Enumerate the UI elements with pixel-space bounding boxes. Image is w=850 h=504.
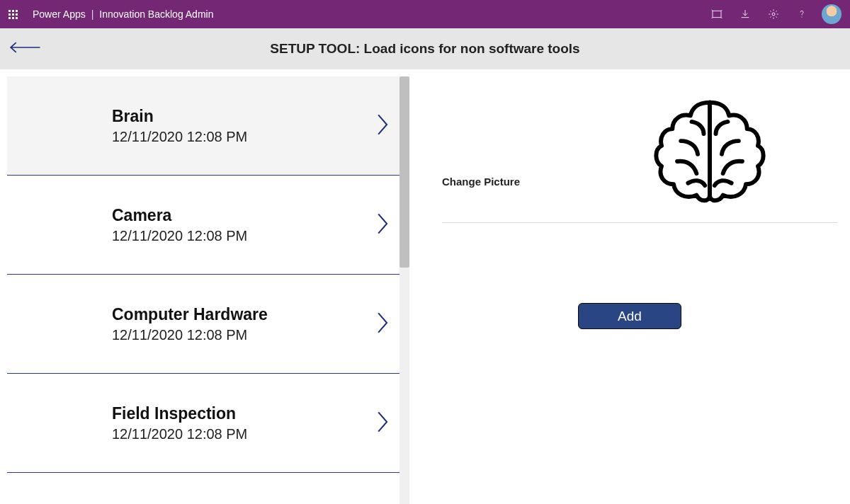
download-icon[interactable]	[731, 0, 759, 28]
list-item[interactable]: Brain12/11/2020 12:08 PM	[7, 76, 402, 176]
app-name: Innovation Backlog Admin	[99, 8, 213, 20]
list-item-date: 12/11/2020 12:08 PM	[112, 327, 268, 343]
back-button[interactable]	[8, 40, 41, 58]
chevron-right-icon	[375, 212, 391, 239]
chevron-right-icon	[375, 311, 391, 338]
chevron-right-icon	[375, 113, 391, 139]
list-item-date: 12/11/2020 12:08 PM	[112, 426, 247, 442]
scrollbar-thumb[interactable]	[400, 76, 409, 268]
svg-point-2	[801, 16, 802, 17]
selected-icon-preview	[639, 82, 781, 217]
detail-pane: Change Picture Add	[409, 69, 850, 504]
help-icon[interactable]	[788, 0, 816, 28]
list-item[interactable]: Camera12/11/2020 12:08 PM	[7, 176, 402, 275]
list-item-title: Brain	[112, 107, 247, 126]
list-item-title: Computer Hardware	[112, 305, 268, 324]
fit-to-window-icon[interactable]	[703, 0, 731, 28]
list-item-date: 12/11/2020 12:08 PM	[112, 129, 247, 145]
list-item[interactable]: Computer Hardware12/11/2020 12:08 PM	[7, 275, 402, 374]
content-area: Brain12/11/2020 12:08 PMCamera12/11/2020…	[0, 69, 850, 504]
product-name: Power Apps	[33, 8, 86, 20]
list-item[interactable]: Field Inspection12/11/2020 12:08 PM	[7, 374, 402, 473]
list-scrollbar[interactable]	[400, 76, 409, 504]
chevron-right-icon	[375, 410, 391, 437]
command-bar: Power Apps | Innovation Backlog Admin	[0, 0, 850, 28]
subheader: SETUP TOOL: Load icons for non software …	[0, 28, 850, 69]
svg-point-1	[772, 13, 775, 16]
change-picture-button[interactable]: Change Picture	[442, 176, 520, 188]
brain-icon	[650, 89, 770, 210]
page-title: SETUP TOOL: Load icons for non software …	[0, 41, 850, 57]
list-item-title: Field Inspection	[112, 404, 247, 423]
add-button[interactable]: Add	[578, 303, 681, 329]
svg-rect-0	[713, 11, 721, 17]
list-pane: Brain12/11/2020 12:08 PMCamera12/11/2020…	[0, 69, 409, 504]
detail-divider	[442, 222, 837, 223]
app-launcher-icon[interactable]	[8, 10, 20, 19]
user-avatar[interactable]	[822, 4, 842, 24]
settings-icon[interactable]	[759, 0, 788, 28]
title-separator: |	[91, 8, 94, 20]
list-item-date: 12/11/2020 12:08 PM	[112, 228, 247, 244]
list-item-title: Camera	[112, 206, 247, 225]
